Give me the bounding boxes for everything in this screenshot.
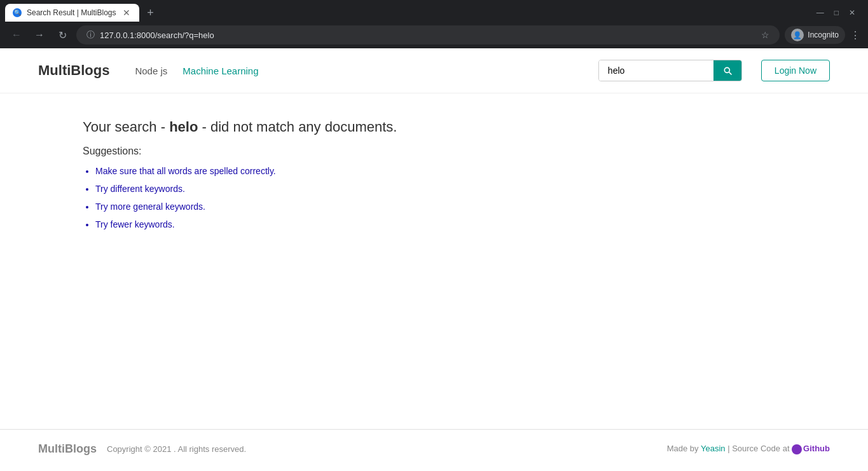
address-bar-row: ← → ↻ ⓘ 127.0.0.1:8000/search/?q=helo ☆ … (0, 22, 868, 48)
page-wrapper: MultiBlogs Node js Machine Learning Logi… (0, 48, 868, 468)
search-input[interactable] (599, 60, 713, 81)
active-tab[interactable]: 🔍 Search Result | MultiBlogs ✕ (5, 4, 139, 22)
search-button[interactable] (713, 60, 741, 81)
browser-chrome: 🔍 Search Result | MultiBlogs ✕ + — □ ✕ ←… (0, 0, 868, 48)
login-button[interactable]: Login Now (761, 60, 830, 81)
suggestions-list: Make sure that all words are spelled cor… (83, 166, 785, 229)
nav-link-nodejs[interactable]: Node js (135, 65, 167, 76)
tab-close-button[interactable]: ✕ (121, 8, 132, 18)
incognito-label: Incognito (808, 31, 839, 39)
footer-right: Made by Yeasin | Source Code at Github (667, 444, 830, 454)
incognito-area: 👤 Incognito (785, 26, 845, 44)
browser-menu-button[interactable]: ⋮ (850, 29, 860, 41)
reload-button[interactable]: ↻ (53, 26, 71, 44)
no-results-suffix: - did not match any documents. (198, 119, 397, 135)
suggestion-4: Try fewer keywords. (95, 219, 785, 229)
suggestion-3: Try more general keywords. (95, 201, 785, 212)
bookmark-icon[interactable]: ☆ (761, 30, 769, 40)
suggestion-1: Make sure that all words are spelled cor… (95, 166, 785, 176)
suggestion-2: Try different keywords. (95, 184, 785, 194)
site-logo[interactable]: MultiBlogs (38, 62, 109, 79)
search-query: helo (169, 119, 198, 135)
footer-copyright: Copyright © 2021 . All rights reserved. (107, 444, 246, 454)
github-icon (792, 444, 802, 454)
source-code-label: | Source Code at (727, 444, 792, 453)
tab-title: Search Result | MultiBlogs (27, 8, 116, 17)
search-form[interactable] (598, 60, 742, 81)
close-window-button[interactable]: ✕ (849, 8, 855, 17)
search-icon (722, 65, 733, 76)
github-link[interactable]: Github (803, 444, 830, 453)
nav-links: Node js Machine Learning (135, 65, 579, 76)
tab-bar: 🔍 Search Result | MultiBlogs ✕ + — □ ✕ (0, 0, 868, 22)
forward-button[interactable]: → (31, 26, 48, 44)
no-results-prefix: Your search - (83, 119, 169, 135)
minimize-button[interactable]: — (816, 8, 824, 17)
window-controls: — □ ✕ (816, 8, 863, 17)
navbar: MultiBlogs Node js Machine Learning Logi… (0, 48, 868, 93)
incognito-icon: 👤 (791, 29, 804, 41)
main-content: Your search - helo - did not match any d… (0, 93, 868, 429)
footer: MultiBlogs Copyright © 2021 . All rights… (0, 429, 868, 468)
lock-icon: ⓘ (86, 29, 95, 41)
address-field[interactable]: ⓘ 127.0.0.1:8000/search/?q=helo ☆ (76, 25, 780, 44)
maximize-button[interactable]: □ (834, 8, 839, 17)
no-results-heading: Your search - helo - did not match any d… (83, 119, 785, 135)
made-by-prefix: Made by (667, 444, 701, 453)
tab-favicon: 🔍 (13, 8, 22, 17)
nav-link-ml[interactable]: Machine Learning (183, 65, 258, 76)
footer-logo: MultiBlogs (38, 442, 97, 456)
address-text: 127.0.0.1:8000/search/?q=helo (100, 31, 756, 40)
suggestions-label: Suggestions: (83, 146, 785, 157)
back-button[interactable]: ← (8, 26, 25, 44)
footer-left: MultiBlogs Copyright © 2021 . All rights… (38, 442, 246, 456)
new-tab-button[interactable]: + (142, 4, 160, 22)
yeasin-link[interactable]: Yeasin (701, 444, 726, 453)
